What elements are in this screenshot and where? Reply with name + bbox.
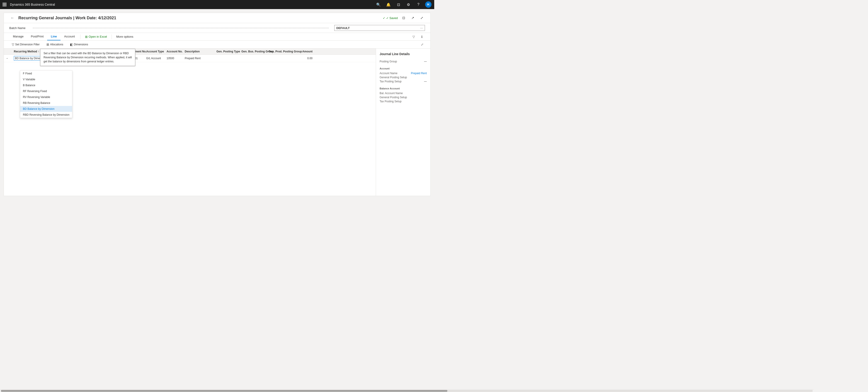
dropdown-item-rf-reversing-fixed[interactable]: RF Reversing Fixed [20, 88, 72, 94]
batch-name-value: DEFAULT [336, 26, 350, 30]
right-section-posting-group: Posting Group — [380, 59, 427, 63]
description-cell[interactable]: Prepaid Rent [183, 55, 215, 61]
search-icon[interactable]: 🔍 [375, 1, 382, 8]
filter-icon[interactable]: ▽ [410, 34, 417, 40]
check-icon: ✓ [383, 16, 385, 20]
dropdown-item-bd-balance-by-dimension[interactable]: BD Balance by Dimension [20, 106, 72, 112]
top-navigation: Dynamics 365 Business Central 🔍 🔔 ⊡ ⚙ ? … [0, 0, 434, 9]
sub-toolbar-right: ⤢ [420, 42, 425, 47]
bal-general-posting-setup-label: General Posting Setup [380, 96, 407, 99]
amount-cell[interactable]: 0.00 [294, 55, 314, 61]
col-header-account-type: Account Type [144, 49, 165, 54]
tab-line[interactable]: Line [47, 33, 61, 40]
gen-prod-posting-group-cell[interactable] [267, 57, 294, 60]
bal-tax-posting-setup-field: Tax Posting Setup [380, 100, 427, 104]
bal-account-name-field: Bal. Account Name [380, 91, 427, 95]
account-type-cell[interactable]: G/L Account [144, 55, 165, 61]
dimensions-button[interactable]: ◧ Dimensions [67, 41, 91, 48]
batch-name-row: Batch Name DEFAULT ··· [4, 23, 430, 33]
saved-status: ✓ ✓ Saved [383, 16, 398, 20]
settings-icon[interactable]: ⚙ [405, 1, 411, 8]
toolbar-right: ▽ ℹ [410, 34, 425, 40]
toolbar-separator-2 [112, 34, 112, 39]
app-title: Dynamics 365 Business Central [10, 3, 373, 6]
funnel-icon: ▽ [12, 43, 14, 46]
back-button[interactable]: ← [9, 15, 16, 21]
toolbar-separator [80, 34, 81, 39]
dropdown-item-rb-reversing-balance[interactable]: RB Reversing Balance [20, 100, 72, 106]
allocations-button[interactable]: ⊞ Allocations [44, 41, 66, 48]
col-header-gen-prod-posting-group: Gen. Prod. Posting Group [267, 49, 294, 54]
row-arrow: → [5, 55, 12, 61]
gen-bus-posting-group-cell[interactable] [240, 57, 267, 60]
help-icon[interactable]: ? [415, 1, 422, 8]
dropdown-item-rv-reversing-variable[interactable]: RV Reversing Variable [20, 94, 72, 100]
posting-group-label: Posting Group [380, 60, 397, 63]
col-header-gen-bus-posting-group: Gen. Bus. Posting Group [240, 49, 267, 54]
top-nav-icons: 🔍 🔔 ⊡ ⚙ ? IK [375, 1, 432, 8]
user-avatar[interactable]: IK [425, 1, 432, 8]
set-dimension-filter-button[interactable]: ▽ Set Dimension Filter [9, 41, 42, 48]
bell-icon[interactable]: 🔔 [385, 1, 392, 8]
page-header: ← Recurring General Journals | Work Date… [4, 13, 430, 23]
bal-account-name-label: Bal. Account Name [380, 92, 403, 95]
dimensions-icon: ◧ [70, 43, 73, 46]
bal-general-posting-setup-field: General Posting Setup [380, 95, 427, 100]
dropdown-item-f-fixed[interactable]: F Fixed [20, 71, 72, 77]
recurring-method-dropdown: F Fixed V Variable B Balance RF Reversin… [20, 70, 72, 118]
account-section-label: Account [380, 67, 427, 70]
account-name-value: Prepaid Rent [411, 72, 427, 75]
posting-group-dash: — [424, 60, 427, 63]
page-container: ← Recurring General Journals | Work Date… [4, 13, 431, 196]
col-header-arrow [5, 50, 12, 53]
bookmark-icon[interactable]: ⊡ [395, 1, 402, 8]
tab-post-print[interactable]: Post/Print [27, 33, 47, 40]
tab-manage[interactable]: Manage [9, 33, 27, 40]
posting-group-field: Posting Group — [380, 59, 427, 63]
app-grid-button[interactable] [3, 3, 6, 6]
col-header-description: Description [183, 49, 215, 54]
batch-more-button[interactable]: ··· [420, 26, 423, 30]
expand-icon[interactable]: ⤢ [420, 42, 425, 47]
batch-name-input[interactable]: DEFAULT ··· [334, 25, 425, 31]
fullscreen-icon[interactable]: ⤢ [418, 15, 425, 21]
dropdown-item-rbd-reversing-balance-by-dimension[interactable]: RBD Reversing Balance by Dimension [20, 112, 72, 118]
toolbar: Manage Post/Print Line Account ⊞ Open in… [4, 33, 430, 40]
gen-posting-type-cell[interactable] [215, 57, 240, 60]
page-title: Recurring General Journals | Work Date: … [18, 16, 380, 21]
more-options-button[interactable]: More options [114, 33, 136, 40]
bal-tax-posting-setup-label: Tax Posting Setup [380, 100, 402, 103]
col-header-amount: Amount [294, 49, 314, 54]
sub-toolbar: ▽ Set Dimension Filter ⊞ Allocations ◧ D… [4, 40, 430, 49]
account-no-cell[interactable]: 10500 [165, 55, 183, 61]
header-actions: ✓ ✓ Saved ⊡ ↗ ⤢ [383, 15, 425, 21]
open-in-excel-button[interactable]: ⊞ Open in Excel [82, 33, 110, 40]
tooltip-box: Set a filter that can be used with the B… [40, 49, 135, 66]
col-header-gen-posting-type: Gen. Posting Type [215, 49, 240, 54]
right-panel: Journal Line Details Posting Group — Acc… [376, 49, 430, 196]
general-posting-setup-label: General Posting Setup [380, 76, 407, 79]
right-section-account: Account Account Name Prepaid Rent Genera… [380, 67, 427, 83]
tab-account[interactable]: Account [61, 33, 79, 40]
share-icon[interactable]: ↗ [409, 15, 416, 21]
tax-posting-setup-label: Tax Posting Setup [380, 80, 402, 83]
right-section-balance-account: Balance Account Bal. Account Name Genera… [380, 87, 427, 104]
account-name-label: Account Name [380, 72, 398, 75]
col-header-account-no: Account No. [165, 49, 183, 54]
account-name-field: Account Name Prepaid Rent [380, 71, 427, 75]
tax-posting-setup-field: Tax Posting Setup — [380, 79, 427, 83]
tax-posting-setup-dash: — [424, 80, 427, 83]
info-icon[interactable]: ℹ [418, 34, 425, 40]
general-posting-setup-field: General Posting Setup [380, 75, 427, 79]
balance-account-label: Balance Account [380, 87, 427, 90]
dropdown-item-v-variable[interactable]: V Variable [20, 77, 72, 82]
allocations-icon: ⊞ [46, 43, 49, 46]
batch-name-label: Batch Name [9, 26, 27, 30]
excel-icon: ⊞ [85, 35, 88, 38]
bookmark-page-icon[interactable]: ⊡ [400, 15, 407, 21]
dropdown-item-b-balance[interactable]: B Balance [20, 82, 72, 88]
right-panel-title: Journal Line Details [380, 52, 427, 56]
